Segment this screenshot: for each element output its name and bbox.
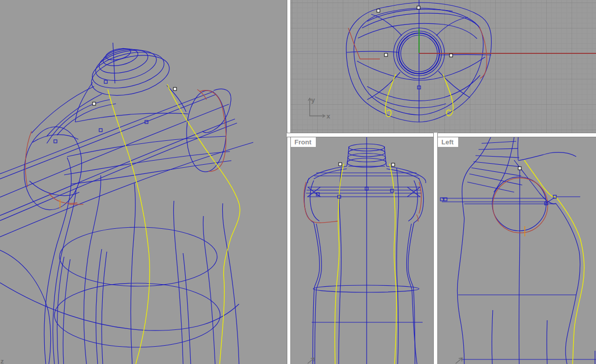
viewport-top[interactable]: y x — [291, 0, 596, 133]
control-point[interactable] — [377, 9, 380, 12]
control-point[interactable] — [173, 87, 176, 90]
control-point[interactable] — [384, 53, 388, 56]
axis-icon-y-label: y — [311, 96, 315, 104]
control-point[interactable] — [518, 167, 521, 170]
control-point[interactable] — [391, 189, 394, 192]
axis-glyph-z: z — [1, 357, 4, 364]
viewport-splitter-vertical-right[interactable] — [433, 133, 438, 364]
axis-icon-partial — [456, 358, 462, 363]
control-point[interactable] — [392, 163, 395, 166]
top-wireframe-canvas: y x — [291, 0, 596, 133]
front-wireframe-canvas — [291, 137, 433, 364]
wireframe-blue-curves — [304, 137, 426, 364]
wireframe-blue-curves — [442, 137, 596, 364]
viewport-title-front[interactable]: Front — [291, 137, 316, 147]
control-point[interactable] — [93, 102, 96, 105]
perspective-wireframe-canvas: z — [0, 0, 287, 364]
control-point[interactable] — [99, 129, 102, 132]
viewport-splitter-vertical-main[interactable] — [287, 0, 291, 364]
control-point[interactable] — [54, 140, 57, 143]
wireframe-blue-curves — [0, 39, 253, 364]
viewport-splitter-horizontal[interactable] — [287, 133, 596, 137]
left-wireframe-canvas — [438, 137, 596, 364]
armhole-curves-red — [493, 178, 548, 233]
viewport-left[interactable]: Left — [438, 137, 596, 364]
viewport-title-left[interactable]: Left — [438, 137, 459, 147]
construction-grid — [291, 0, 596, 133]
viewport-perspective[interactable]: z — [0, 0, 287, 364]
seam-curves-yellow — [335, 164, 396, 364]
control-points — [54, 80, 176, 143]
viewport-front[interactable]: Front — [291, 137, 433, 364]
seam-curves-yellow — [524, 160, 584, 364]
control-point[interactable] — [339, 163, 342, 166]
control-point[interactable] — [104, 80, 107, 83]
axis-icon-partial — [308, 358, 314, 363]
control-point[interactable] — [417, 6, 420, 9]
cad-workspace: z — [0, 0, 596, 364]
armhole-curves-red — [304, 182, 422, 223]
axis-icon-x-label: x — [326, 112, 331, 120]
control-point[interactable] — [450, 54, 453, 57]
